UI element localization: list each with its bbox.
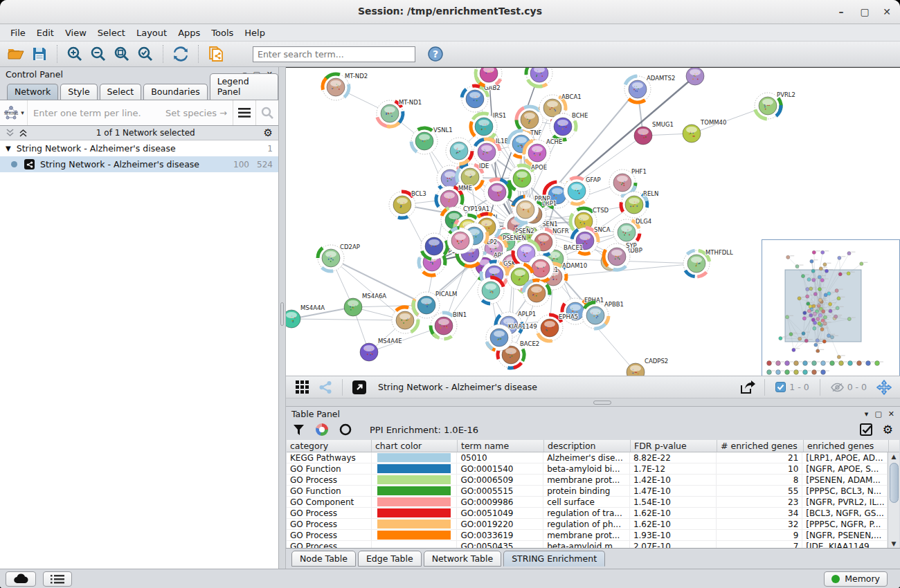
network-node[interactable]: DLG4 [613,218,651,246]
string-dropdown-caret[interactable]: ▾ [21,109,24,116]
menu-layout[interactable]: Layout [132,26,172,40]
hidden-eye-icon[interactable] [831,383,844,392]
network-node[interactable]: BCL3 [389,190,426,218]
horizontal-splitter[interactable] [286,398,900,406]
tab-select[interactable]: Select [100,84,142,100]
scrollbar-thumb[interactable] [890,463,899,503]
network-node[interactable] [478,277,504,304]
network-node[interactable] [484,179,510,205]
cloud-tasks-button[interactable] [6,571,36,587]
zoom-selected-icon[interactable] [135,44,156,64]
column-header--enriched-genes[interactable]: # enriched genes [717,440,804,452]
birds-eye-view[interactable] [762,239,900,376]
network-node[interactable]: MT-ND1 [377,99,422,127]
menu-edit[interactable]: Edit [32,26,59,40]
remove-chart-icon[interactable] [339,423,352,436]
tab-edge-table[interactable]: Edge Table [358,551,422,567]
tab-network[interactable]: Network [7,84,58,100]
refresh-icon[interactable] [170,44,191,64]
collapse-all-icon[interactable] [6,129,15,137]
tab-boundaries[interactable]: Boundaries [143,84,207,100]
tab-node-table[interactable]: Node Table [291,551,356,567]
save-session-button[interactable] [29,44,50,64]
minimize-button[interactable]: – [832,4,850,19]
enrichment-row[interactable]: GO FunctionGO:0001540beta-amyloid bi...1… [287,463,888,475]
network-node[interactable]: PVRL2 [755,91,795,119]
network-node[interactable]: RELN [621,190,658,218]
scroll-up-icon[interactable]: ▲ [892,452,897,461]
collection-expander-icon[interactable]: ▼ [6,145,11,152]
enrichment-row[interactable]: GO ProcessGO:0006509membrane prot...1.42… [287,475,888,486]
help-icon[interactable]: ? [425,44,446,64]
tab-style[interactable]: Style [60,84,97,100]
string-query-input[interactable]: Enter one term per line. Set species → [28,100,233,125]
network-node[interactable]: BCHE [550,112,588,140]
network-node[interactable]: MT-ND2 [323,73,368,100]
network-node[interactable]: CD2AP [318,244,360,271]
enrichment-row[interactable]: GO ComponentGO:0009986cell surface1.54E-… [287,497,888,508]
species-hint[interactable]: Set species → [165,108,227,118]
open-in-browser-icon[interactable] [349,378,370,397]
chart-color-icon[interactable] [316,423,328,436]
network-row[interactable]: String Network - Alzheimer's disease 100… [0,156,278,172]
column-header-chart-color[interactable]: chart color [372,440,458,452]
export-network-icon[interactable] [737,378,758,397]
network-node[interactable] [447,228,474,254]
menu-help[interactable]: Help [240,26,270,40]
network-node[interactable]: EPHA5 [537,313,578,341]
network-canvas[interactable]: MT-ND2MT-ND1VSNL1GAB2IRS1CHATABCA1BCHEIL… [286,67,900,376]
menu-tools[interactable]: Tools [206,26,238,40]
network-node[interactable]: MTHFDLL [683,249,733,277]
network-options-gear-icon[interactable]: ⚙ [264,127,273,139]
search-input[interactable] [253,46,415,62]
expand-all-icon[interactable] [19,129,28,137]
tab-legend-panel[interactable]: Legend Panel [210,73,278,100]
enrichment-row[interactable]: GO FunctionGO:0005515protein binding1.47… [287,486,888,497]
table-panel-menu-icon[interactable]: ▾ [865,410,869,419]
network-node[interactable]: IL1B [474,138,509,165]
network-from-file-icon[interactable] [206,44,226,64]
network-node[interactable]: MS4A4E [360,338,402,361]
zoom-in-icon[interactable] [64,44,85,64]
network-node[interactable]: GFAP [564,176,601,204]
table-panel-close-icon[interactable]: ✕ [888,410,894,419]
share-network-icon[interactable] [315,378,336,397]
enrichment-row[interactable]: GO ProcessGO:0033619membrane prot...1.93… [287,530,888,541]
filter-icon[interactable] [293,424,305,436]
maximize-button[interactable]: ▢ [856,4,874,19]
network-node[interactable] [476,68,502,86]
network-node[interactable]: APBB1 [582,301,624,329]
network-node[interactable]: MS4A6A [344,293,386,316]
grid-view-icon[interactable] [291,378,312,397]
menu-select[interactable]: Select [93,26,130,40]
enrichment-row[interactable]: KEGG Pathways05010Alzheimer's dise...8.8… [287,452,888,463]
network-node[interactable] [686,68,704,85]
table-panel-float-icon[interactable]: ▢ [874,410,881,419]
tab-string-enrichment[interactable]: STRING Enrichment [503,551,605,567]
network-node[interactable]: GAB2 [462,84,501,112]
open-session-button[interactable] [6,44,26,64]
table-settings-gear-icon[interactable]: ⚙ [883,424,893,436]
column-header-category[interactable]: category [287,440,372,452]
title-bar[interactable]: Session: /tmp/enrichmentTest.cys – ▢ ✕ [0,0,900,24]
enrichment-row[interactable]: GO ProcessGO:0019220regulation of ph...1… [287,519,888,530]
enrichment-row[interactable]: GO ProcessGO:0050435beta-amyloid m...2.0… [287,541,888,548]
menu-apps[interactable]: Apps [173,26,205,40]
vertical-splitter[interactable] [279,67,286,569]
network-node[interactable]: BIN1 [431,311,467,339]
network-node[interactable]: APOE [509,164,547,192]
scroll-down-icon[interactable]: ▼ [892,540,897,548]
column-header-fdr-p-value[interactable]: FDR p-value [631,440,717,452]
zoom-fit-icon[interactable] [111,44,132,64]
close-button[interactable]: ✕ [878,4,896,19]
string-options-icon[interactable] [233,100,255,125]
network-node[interactable]: SYP [604,242,637,270]
tab-network-table[interactable]: Network Table [424,551,502,567]
network-node[interactable]: IRS1 [471,112,506,140]
network-node[interactable] [446,138,472,164]
network-node[interactable]: PHF1 [609,168,647,196]
network-node[interactable]: SMUG1 [634,121,674,145]
task-history-button[interactable] [43,571,72,587]
string-search-icon[interactable] [255,100,278,125]
network-node[interactable]: CADPS2 [627,358,668,376]
